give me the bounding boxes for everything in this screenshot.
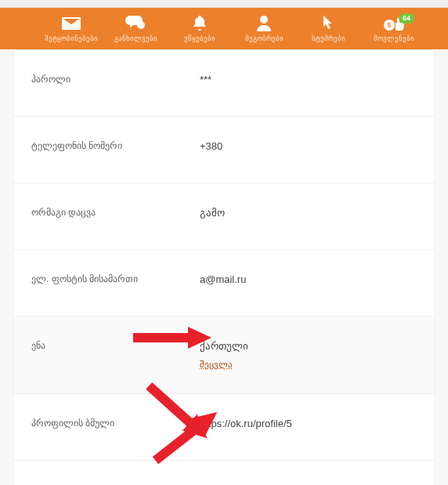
envelope-icon bbox=[62, 15, 81, 32]
row-password[interactable]: პაროლი *** bbox=[14, 49, 434, 116]
nav-events[interactable]: 64 5 მოვლენები bbox=[360, 15, 428, 42]
nav-guests[interactable]: სტუმრები bbox=[296, 15, 360, 42]
field-value: https://ok.ru/profile/5 bbox=[200, 418, 417, 429]
nav-label: შეტყობინებები bbox=[45, 34, 98, 42]
nav-messages[interactable]: შეტყობინებები bbox=[39, 15, 103, 42]
field-label: ტელეფონის ნომერი bbox=[31, 140, 200, 151]
field-label: ენა bbox=[31, 340, 200, 351]
chat-bubbles-icon bbox=[125, 15, 146, 32]
svg-text:5: 5 bbox=[387, 21, 391, 29]
field-value: ქართული bbox=[200, 340, 417, 352]
nav-label: მეგობრები bbox=[245, 34, 284, 42]
nav-friends[interactable]: მეგობრები bbox=[232, 15, 296, 42]
field-label: პროფილის ბმული bbox=[31, 418, 200, 429]
svg-point-1 bbox=[260, 16, 268, 24]
change-language-link[interactable]: შეცვლა bbox=[200, 360, 417, 370]
bell-icon bbox=[192, 15, 208, 32]
top-nav: შეტყობინებები განხილვები უწყებები მეგობრ… bbox=[0, 8, 448, 49]
field-value: +380 bbox=[200, 140, 417, 152]
events-badge: 64 bbox=[399, 13, 414, 24]
row-profile-id[interactable]: თქვენი პროფილის ID 578 bbox=[14, 460, 434, 485]
nav-label: უწყებები bbox=[184, 34, 215, 42]
field-label: ორმაგი დაცვა bbox=[31, 207, 200, 218]
nav-label: განხილვები bbox=[114, 34, 157, 42]
svg-point-0 bbox=[137, 21, 145, 29]
nav-discussions[interactable]: განხილვები bbox=[103, 15, 168, 42]
row-email[interactable]: ელ. ფოსტის მისამართი a@mail.ru bbox=[14, 249, 434, 316]
row-phone[interactable]: ტელეფონის ნომერი +380 bbox=[14, 116, 434, 183]
row-language[interactable]: ენა ქართული შეცვლა bbox=[14, 316, 434, 393]
nav-label: სტუმრები bbox=[312, 34, 345, 42]
field-value: a@mail.ru bbox=[200, 273, 417, 285]
nav-music[interactable]: მუსიკა bbox=[428, 15, 448, 42]
row-two-factor[interactable]: ორმაგი დაცვა გამო bbox=[14, 183, 434, 249]
nav-notifications[interactable]: უწყებები bbox=[168, 15, 232, 42]
person-icon bbox=[257, 15, 271, 32]
settings-page: პაროლი *** ტელეფონის ნომერი +380 ორმაგი … bbox=[0, 49, 448, 485]
nav-label: მოვლენები bbox=[374, 34, 414, 42]
browser-chrome bbox=[0, 0, 448, 8]
field-label: პაროლი bbox=[31, 74, 200, 85]
field-label: ელ. ფოსტის მისამართი bbox=[31, 273, 200, 284]
field-value: *** bbox=[200, 74, 417, 85]
row-profile-url[interactable]: პროფილის ბმული https://ok.ru/profile/5 bbox=[14, 393, 434, 460]
pointer-icon bbox=[321, 15, 335, 32]
settings-card: პაროლი *** ტელეფონის ნომერი +380 ორმაგი … bbox=[14, 49, 434, 485]
field-value: გამო bbox=[200, 207, 417, 219]
